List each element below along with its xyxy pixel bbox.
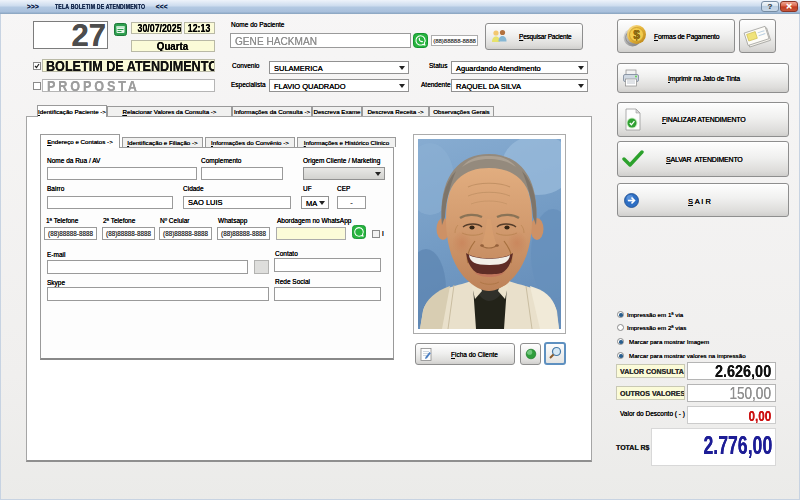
svg-text:$: $ xyxy=(633,28,640,42)
